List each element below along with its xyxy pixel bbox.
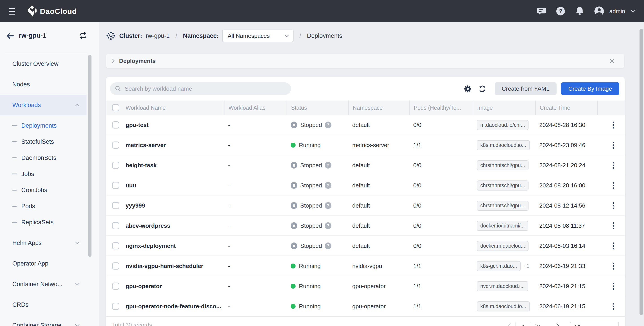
status-label: Running	[299, 303, 321, 310]
user-menu[interactable]: admin	[594, 6, 636, 16]
cluster-label: Cluster:	[119, 32, 142, 39]
workload-name-link[interactable]: metrics-server	[126, 135, 224, 155]
sidebar-item-pods[interactable]: Pods	[0, 198, 86, 214]
back-icon[interactable]	[6, 32, 14, 40]
row-checkbox[interactable]	[112, 262, 119, 270]
pods-cell: 0/0	[409, 155, 473, 175]
workload-name-link[interactable]: gpu-operator	[126, 276, 224, 296]
image-chip: chrstnhntschl/gpu...	[477, 160, 528, 170]
sidebar-item-workloads[interactable]: Workloads	[0, 95, 86, 115]
select-all-checkbox[interactable]	[112, 104, 119, 111]
sidebar-item-label: Deployments	[21, 122, 57, 129]
status-cell: Stopped?	[286, 155, 348, 175]
workload-alias: -	[224, 115, 286, 135]
row-actions-kebab-icon[interactable]	[611, 140, 616, 150]
dash-icon	[12, 141, 17, 142]
workload-name-link[interactable]: height-task	[126, 155, 224, 175]
namespace-select[interactable]: All Namespaces	[222, 29, 294, 42]
row-actions-kebab-icon[interactable]	[611, 302, 616, 311]
chevron-down-icon	[75, 324, 80, 326]
row-actions-kebab-icon[interactable]	[611, 241, 616, 251]
sidebar-item-cluster-overview[interactable]: Cluster Overview	[0, 53, 86, 74]
table-row: gpu-operator-node-feature-disco... - Run…	[106, 296, 625, 316]
sidebar-item-jobs[interactable]: Jobs	[0, 166, 86, 182]
table-row: height-task - Stopped? default 0/0 chrst…	[106, 155, 625, 175]
workload-alias: -	[224, 175, 286, 195]
table-row: abcv-wordpress - Stopped? default 0/0 do…	[106, 216, 625, 236]
sidebar-item-nodes[interactable]: Nodes	[0, 74, 86, 95]
status-help-icon[interactable]: ?	[325, 122, 332, 128]
settings-gear-icon[interactable]	[464, 85, 472, 93]
row-checkbox[interactable]	[112, 222, 119, 229]
status-help-icon[interactable]: ?	[325, 202, 332, 209]
sidebar-item-label: Container Storage	[12, 322, 75, 326]
sidebar-item-cronjobs[interactable]: CronJobs	[0, 182, 86, 198]
workload-name-link[interactable]: gpu-test	[126, 115, 224, 135]
pods-cell: 0/0	[409, 195, 473, 216]
switch-cluster-icon[interactable]	[80, 32, 87, 39]
table-row: metrics-server - Running metrics-server …	[106, 135, 625, 155]
page-size-select[interactable]: 10 per page	[570, 322, 619, 326]
row-checkbox[interactable]	[112, 202, 119, 209]
row-actions-kebab-icon[interactable]	[611, 161, 616, 170]
row-actions-kebab-icon[interactable]	[611, 282, 616, 291]
row-checkbox[interactable]	[112, 182, 119, 189]
status-label: Stopped	[300, 122, 322, 129]
workload-name-link[interactable]: nvidia-vgpu-hami-scheduler	[126, 256, 224, 276]
chevron-right-icon[interactable]	[556, 323, 560, 326]
image-cell: docker.io/bitnami/...	[473, 216, 535, 236]
row-actions-kebab-icon[interactable]	[611, 261, 616, 271]
page-scrollbar[interactable]	[640, 29, 643, 315]
sidebar-item-crds[interactable]: CRDs	[0, 295, 86, 315]
status-help-icon[interactable]: ?	[325, 242, 332, 249]
menu-toggle-icon[interactable]	[8, 6, 16, 16]
help-icon[interactable]: ?	[556, 7, 565, 15]
sidebar-item-deployments[interactable]: Deployments	[0, 118, 86, 134]
row-checkbox[interactable]	[112, 142, 119, 149]
row-checkbox[interactable]	[112, 283, 119, 290]
row-actions-kebab-icon[interactable]	[611, 181, 616, 190]
sidebar-item-container-storage[interactable]: Container Storage	[0, 315, 86, 326]
sidebar-item-container-netwo[interactable]: Container Netwo...	[0, 274, 86, 295]
stopped-icon	[290, 122, 297, 128]
row-actions-kebab-icon[interactable]	[611, 120, 616, 130]
bell-icon[interactable]	[575, 6, 584, 16]
row-checkbox[interactable]	[112, 162, 119, 169]
page-input[interactable]: 1	[516, 322, 531, 326]
workload-name-link[interactable]: nginx-deployment	[126, 236, 224, 256]
close-icon[interactable]	[609, 58, 615, 64]
row-checkbox[interactable]	[112, 242, 119, 249]
sidebar-item-operator-app[interactable]: Operator App	[0, 253, 86, 274]
workload-name-link[interactable]: yyy999	[126, 195, 224, 216]
namespace-cell: default	[348, 115, 409, 135]
sidebar-item-daemonsets[interactable]: DaemonSets	[0, 150, 86, 166]
sidebar-item-statefulsets[interactable]: StatefulSets	[0, 134, 86, 150]
row-actions-kebab-icon[interactable]	[611, 201, 616, 210]
create-by-image-button[interactable]: Create By Image	[561, 82, 619, 95]
search-input[interactable]	[125, 85, 280, 92]
stopped-icon	[290, 222, 297, 229]
workload-name-link[interactable]: abcv-wordpress	[126, 216, 224, 236]
create-time-cell: 2024-08-28 16:30	[535, 115, 597, 135]
refresh-icon[interactable]	[478, 85, 486, 93]
breadcrumb-page: Deployments	[307, 32, 342, 39]
sidebar-item-replicasets[interactable]: ReplicaSets	[0, 214, 86, 230]
row-checkbox[interactable]	[112, 121, 119, 129]
sidebar-item-label: Jobs	[21, 170, 34, 177]
chevron-left-icon[interactable]	[507, 323, 511, 326]
page-tab-bar[interactable]: Deployments	[106, 54, 624, 68]
workload-name-link[interactable]: uuu	[126, 175, 224, 195]
status-help-icon[interactable]: ?	[325, 162, 332, 168]
message-icon[interactable]	[537, 7, 546, 16]
row-actions-kebab-icon[interactable]	[611, 221, 616, 231]
create-from-yaml-button[interactable]: Create from YAML	[495, 82, 556, 95]
image-chip: k8s.m.daocloud.io...	[477, 301, 530, 312]
sidebar-scrollbar[interactable]	[88, 55, 92, 257]
workload-alias: -	[224, 135, 286, 155]
row-checkbox[interactable]	[112, 303, 119, 310]
table-row: gpu-test - Stopped? default 0/0 m.daoclo…	[106, 115, 625, 135]
status-help-icon[interactable]: ?	[325, 222, 332, 229]
workload-name-link[interactable]: gpu-operator-node-feature-disco...	[126, 296, 224, 316]
status-help-icon[interactable]: ?	[325, 182, 332, 189]
sidebar-item-helm-apps[interactable]: Helm Apps	[0, 233, 86, 253]
